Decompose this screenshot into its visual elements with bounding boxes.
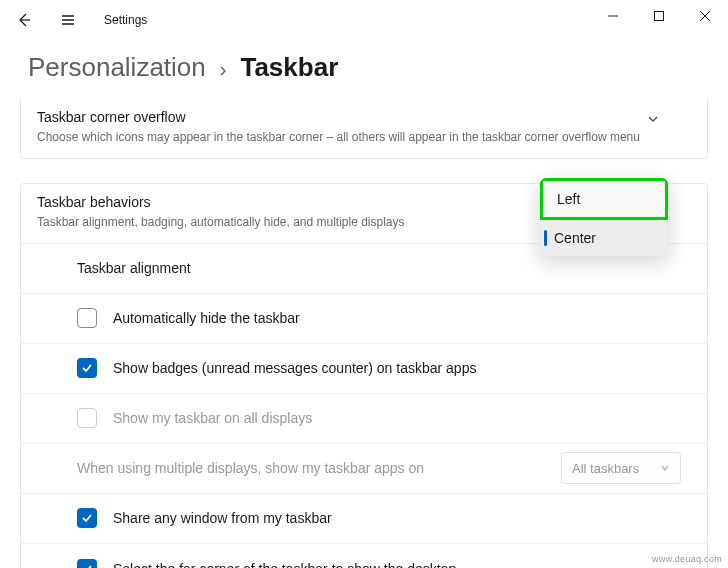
chevron-down-icon [647, 113, 659, 125]
minimize-button[interactable] [590, 0, 636, 32]
corner-desktop-checkbox[interactable] [77, 559, 97, 568]
maximize-button[interactable] [636, 0, 682, 32]
maximize-icon [654, 11, 664, 21]
alignment-dropdown[interactable]: Left Center [540, 178, 668, 256]
hamburger-icon [60, 12, 76, 28]
overflow-title: Taskbar corner overflow [37, 109, 691, 125]
multi-label: When using multiple displays, show my ta… [77, 460, 424, 476]
overflow-desc: Choose which icons may appear in the tas… [37, 129, 691, 146]
share-checkbox[interactable] [77, 508, 97, 528]
arrow-left-icon [16, 12, 32, 28]
all-displays-row: Show my taskbar on all displays [21, 394, 707, 444]
alignment-option-left[interactable]: Left [540, 178, 668, 220]
multi-value: All taskbars [572, 461, 639, 476]
multi-dropdown: All taskbars [561, 452, 681, 484]
auto-hide-checkbox[interactable] [77, 308, 97, 328]
alignment-label: Taskbar alignment [77, 260, 191, 276]
multi-display-row: When using multiple displays, show my ta… [21, 444, 707, 494]
close-icon [700, 11, 710, 21]
menu-button[interactable] [52, 4, 84, 36]
all-displays-label: Show my taskbar on all displays [113, 410, 312, 426]
breadcrumb: Personalization › Taskbar [0, 40, 728, 99]
close-button[interactable] [682, 0, 728, 32]
corner-desktop-row[interactable]: Select the far corner of the taskbar to … [21, 544, 707, 568]
all-displays-checkbox [77, 408, 97, 428]
check-icon [81, 362, 93, 374]
share-label: Share any window from my taskbar [113, 510, 332, 526]
share-row[interactable]: Share any window from my taskbar [21, 494, 707, 544]
back-button[interactable] [8, 4, 40, 36]
chevron-down-icon [660, 463, 670, 473]
check-icon [81, 512, 93, 524]
alignment-option-center[interactable]: Center [540, 220, 668, 256]
watermark: www.deuaq.com [652, 554, 722, 564]
auto-hide-label: Automatically hide the taskbar [113, 310, 300, 326]
badges-checkbox[interactable] [77, 358, 97, 378]
badges-row[interactable]: Show badges (unread messages counter) on… [21, 344, 707, 394]
breadcrumb-separator: › [220, 58, 227, 81]
check-icon [81, 563, 93, 568]
taskbar-corner-overflow-panel[interactable]: Taskbar corner overflow Choose which ico… [20, 99, 708, 159]
corner-desktop-label: Select the far corner of the taskbar to … [113, 561, 456, 568]
app-title: Settings [104, 13, 147, 27]
auto-hide-row[interactable]: Automatically hide the taskbar [21, 294, 707, 344]
breadcrumb-current: Taskbar [240, 52, 338, 83]
breadcrumb-parent[interactable]: Personalization [28, 52, 206, 83]
badges-label: Show badges (unread messages counter) on… [113, 360, 476, 376]
svg-rect-0 [655, 12, 664, 21]
minimize-icon [608, 11, 618, 21]
